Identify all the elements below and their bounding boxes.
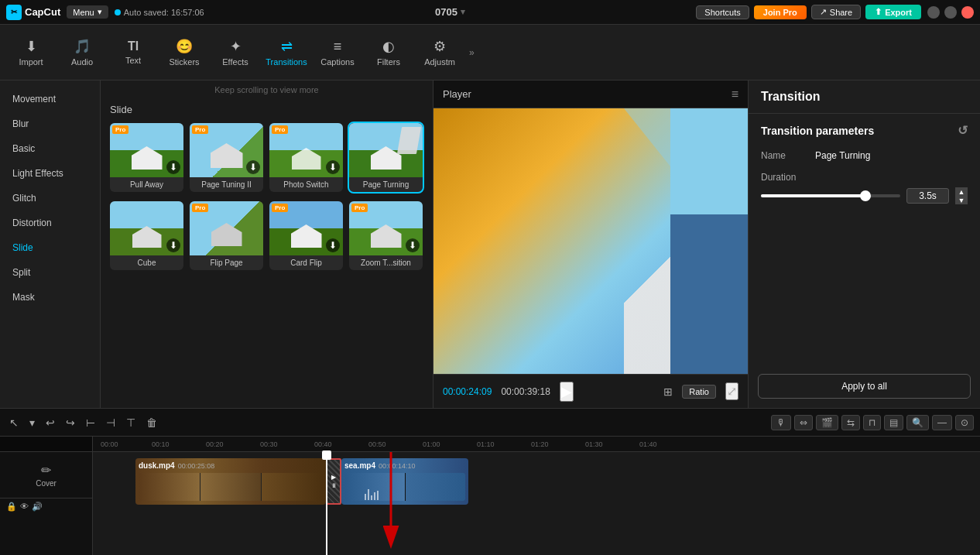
right-panel: Transition Transition parameters ↺ Name … xyxy=(748,81,980,408)
import-icon: ⬇ xyxy=(26,38,37,55)
duration-input[interactable] xyxy=(906,188,949,204)
sidebar-item-movement[interactable]: Movement xyxy=(3,87,97,111)
tool-captions[interactable]: ≡ Captions xyxy=(313,29,362,76)
grid-view-button[interactable]: ⊞ xyxy=(663,385,673,398)
select-dropdown[interactable]: ▾ xyxy=(26,415,38,430)
filters-icon: ◐ xyxy=(382,38,395,55)
stickers-icon: 😊 xyxy=(176,38,193,55)
params-title-row: Transition parameters ↺ xyxy=(761,123,968,138)
sidebar-item-light-effects[interactable]: Light Effects xyxy=(3,162,97,185)
tool-stickers[interactable]: 😊 Stickers xyxy=(159,29,209,76)
tl-btn-1[interactable]: ⇔ xyxy=(794,415,813,430)
split-button[interactable]: ⊢ xyxy=(83,415,98,430)
tool-import[interactable]: ⬇ Import xyxy=(6,29,56,76)
dusk-clip-name: dusk.mp4 xyxy=(139,461,175,470)
maximize-button[interactable] xyxy=(944,6,957,19)
select-tool[interactable]: ↖ xyxy=(6,415,22,430)
split-both[interactable]: ⊤ xyxy=(123,415,139,430)
tl-btn-2[interactable]: 🎬 xyxy=(816,415,838,430)
param-duration-row: Duration ▲ ▼ xyxy=(761,172,968,204)
export-button[interactable]: ⬆ Export xyxy=(865,5,921,19)
transition-zoom[interactable]: Pro ⬇ Zoom T...sition xyxy=(349,201,423,270)
transition-page-turning[interactable]: Page Turning xyxy=(349,123,423,192)
lock-icon[interactable]: 🔒 xyxy=(6,502,17,512)
apply-all-button[interactable]: Apply to all xyxy=(758,374,971,399)
sidebar-item-glitch[interactable]: Glitch xyxy=(3,187,97,210)
ruler-spacer xyxy=(0,437,92,452)
eye-icon[interactable]: 👁 xyxy=(20,502,29,512)
duration-slider-thumb[interactable] xyxy=(860,190,871,201)
zoom-in-btn[interactable]: — xyxy=(932,415,952,430)
split-right[interactable]: ⊣ xyxy=(103,415,118,430)
export-icon: ⬆ xyxy=(875,7,882,17)
zoom-label: Zoom T...sition xyxy=(349,255,423,270)
reset-icon[interactable]: ↺ xyxy=(958,123,968,138)
transition-page-tuning-ii[interactable]: Pro ⬇ Page Tuning II xyxy=(190,123,263,192)
param-name-label: Name xyxy=(761,150,807,161)
ruler-mark-9: 01:30 xyxy=(585,440,603,448)
transition-photo-switch[interactable]: Pro ⬇ Photo Switch xyxy=(269,123,343,192)
transition-clip-join[interactable]: ▶ ⏸ xyxy=(326,458,341,505)
sidebar-item-blur[interactable]: Blur xyxy=(3,112,97,135)
version-dropdown-icon[interactable]: ▾ xyxy=(461,7,465,17)
sea-clip[interactable]: sea.mp4 00:00:14:10 xyxy=(341,458,468,505)
top-bar: ✂ CapCut Menu ▾ Auto saved: 16:57:06 070… xyxy=(0,0,980,25)
volume-icon[interactable]: 🔊 xyxy=(32,502,43,512)
toolbar-more[interactable]: » xyxy=(466,47,478,58)
fullscreen-button[interactable]: ⤢ xyxy=(725,382,738,400)
stepper-up[interactable]: ▲ xyxy=(955,187,968,196)
tool-filters[interactable]: ◐ Filters xyxy=(364,29,413,76)
tl-btn-4[interactable]: ⊓ xyxy=(863,415,881,430)
settings-btn[interactable]: ⊙ xyxy=(955,415,974,430)
ruler-mark-2: 00:20 xyxy=(206,440,224,448)
tool-adjustm[interactable]: ⚙ Adjustm xyxy=(415,29,464,76)
duration-slider-track[interactable] xyxy=(761,194,900,197)
zoom-out-btn[interactable]: 🔍 xyxy=(906,415,929,430)
sidebar-item-slide[interactable]: Slide xyxy=(3,236,97,259)
shortcuts-button[interactable]: Shortcuts xyxy=(696,5,749,19)
ruler-mark-5: 00:50 xyxy=(368,440,386,448)
adjust-icon: ⚙ xyxy=(433,38,446,55)
tool-audio[interactable]: 🎵 Audio xyxy=(57,29,107,76)
ratio-button[interactable]: Ratio xyxy=(682,385,716,399)
share-icon: ↗ xyxy=(820,7,827,17)
join-pro-button[interactable]: Join Pro xyxy=(754,5,807,19)
sidebar-item-basic[interactable]: Basic xyxy=(3,137,97,160)
share-button[interactable]: ↗ Share xyxy=(811,5,861,19)
pro-badge: Pro xyxy=(192,204,208,212)
play-button[interactable]: ▶ xyxy=(560,382,574,402)
sidebar-item-distortion[interactable]: Distortion xyxy=(3,211,97,235)
download-badge: ⬇ xyxy=(326,160,340,174)
page-tuning-ii-thumb: Pro ⬇ xyxy=(190,123,263,177)
transition-pull-away[interactable]: Pro ⬇ Pull Away xyxy=(110,123,183,192)
params-title-text: Transition parameters xyxy=(761,125,874,137)
app-logo: ✂ CapCut xyxy=(6,5,60,20)
sidebar-item-mask[interactable]: Mask xyxy=(3,286,97,309)
player-menu-icon[interactable]: ≡ xyxy=(732,87,738,101)
tool-effects[interactable]: ✦ Effects xyxy=(211,29,260,76)
mic-button[interactable]: 🎙 xyxy=(771,415,791,430)
cover-button[interactable]: ✏ Cover xyxy=(36,463,57,488)
sidebar-item-split[interactable]: Split xyxy=(3,261,97,284)
redo-button[interactable]: ↪ xyxy=(63,415,78,430)
flip-page-thumb: Pro xyxy=(190,201,263,255)
tool-transitions[interactable]: ⇌ Transitions xyxy=(262,29,311,76)
timeline-area: ↖ ▾ ↩ ↪ ⊢ ⊣ ⊤ 🗑 🎙 ⇔ 🎬 ⇆ ⊓ ▤ 🔍 — ⊙ ✏ Cov xyxy=(0,408,980,555)
tool-text[interactable]: TI Text xyxy=(108,29,158,76)
undo-button[interactable]: ↩ xyxy=(43,415,58,430)
stepper-down[interactable]: ▼ xyxy=(955,196,968,204)
playhead[interactable] xyxy=(326,452,327,555)
dusk-clip-duration: 00:00:25:08 xyxy=(178,462,215,470)
tl-btn-3[interactable]: ⇆ xyxy=(841,415,860,430)
close-button[interactable] xyxy=(961,6,974,19)
menu-button[interactable]: Menu ▾ xyxy=(67,5,108,19)
dusk-clip[interactable]: dusk.mp4 00:00:25:08 xyxy=(135,458,326,505)
delete-button[interactable]: 🗑 xyxy=(143,415,160,430)
pro-badge: Pro xyxy=(192,125,208,134)
tl-btn-5[interactable]: ▤ xyxy=(884,415,903,430)
right-panel-title: Transition xyxy=(761,90,968,104)
transition-flip-page[interactable]: Pro Flip Page xyxy=(190,201,263,270)
transition-card-flip[interactable]: Pro ⬇ Card Flip xyxy=(269,201,343,270)
minimize-button[interactable] xyxy=(927,6,940,19)
transition-cube[interactable]: ⬇ Cube xyxy=(110,201,183,270)
